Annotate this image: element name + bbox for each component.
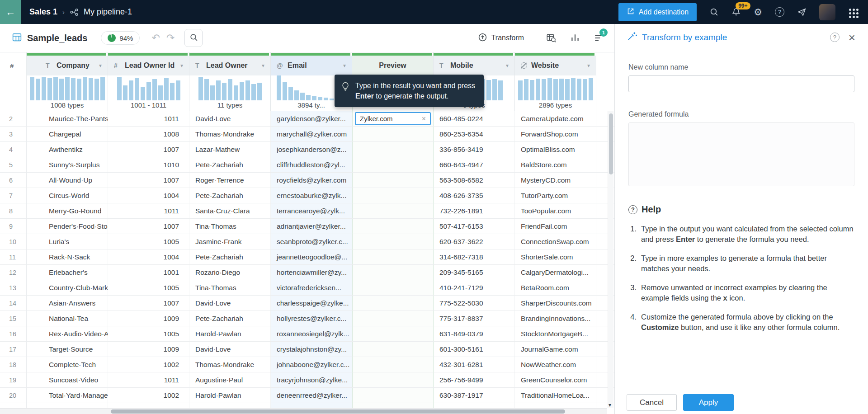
- cell[interactable]: hollyrestes@zylker.c...: [271, 311, 352, 326]
- column-menu-caret-icon[interactable]: ▾: [180, 62, 183, 69]
- cell[interactable]: tracyrjohnson@zylke...: [271, 372, 352, 387]
- cell[interactable]: [352, 142, 434, 157]
- cell[interactable]: Thomas·Mondrake: [189, 357, 271, 372]
- cell[interactable]: jeannetteogoodloe@...: [271, 249, 352, 264]
- cell[interactable]: Pete·Zachariah: [189, 188, 271, 203]
- column-header-website[interactable]: Website▾2896 types: [515, 52, 596, 111]
- cell[interactable]: 860-253-6354: [434, 127, 515, 141]
- cell[interactable]: 630-387-1917: [434, 388, 515, 403]
- column-header-lead-owner[interactable]: TLead Owner▾11 types: [189, 52, 271, 111]
- cell[interactable]: josephkanderson@z...: [271, 142, 352, 157]
- cell[interactable]: 1007: [108, 173, 189, 188]
- cell[interactable]: marychall@zylker.com: [271, 127, 352, 141]
- cell[interactable]: Country·Club·Marke...: [27, 280, 108, 295]
- cell[interactable]: Tina·Thomas: [189, 280, 271, 295]
- cell[interactable]: 1009: [108, 311, 189, 326]
- cell[interactable]: 1009: [108, 342, 189, 357]
- column-menu-caret-icon[interactable]: ▾: [587, 62, 590, 69]
- cell[interactable]: Santa·Cruz·Clara: [189, 203, 271, 218]
- apply-button[interactable]: Apply: [683, 394, 734, 411]
- cell[interactable]: [352, 342, 434, 357]
- cell[interactable]: terrancearoye@zylk...: [271, 203, 352, 218]
- cell[interactable]: 563-508-6582: [434, 173, 515, 188]
- panel-help-icon[interactable]: ?: [830, 33, 840, 42]
- column-menu-caret-icon[interactable]: ▾: [99, 62, 102, 69]
- cell[interactable]: victorafredericksen...: [271, 280, 352, 295]
- column-histogram[interactable]: 1008 types: [27, 75, 108, 111]
- cell[interactable]: StocktonMortgageB...: [515, 326, 596, 341]
- cell[interactable]: [352, 188, 434, 203]
- cell[interactable]: 1007: [108, 142, 189, 157]
- cell[interactable]: garyldenson@zylker...: [271, 111, 352, 126]
- cell[interactable]: Rack·N·Sack: [27, 249, 108, 264]
- cell[interactable]: Awthentikz: [27, 142, 108, 157]
- cell[interactable]: 660-643-4947: [434, 157, 515, 172]
- redo-button[interactable]: ↷: [166, 32, 175, 44]
- cell[interactable]: 1002: [108, 357, 189, 372]
- cell[interactable]: David·Love: [189, 296, 271, 310]
- cell[interactable]: FriendFail.com: [515, 219, 596, 234]
- vertical-scroll-thumb[interactable]: [609, 113, 613, 174]
- cell[interactable]: crystalajohnston@zy...: [271, 342, 352, 357]
- cell[interactable]: 1005: [108, 234, 189, 249]
- cell[interactable]: 1011: [108, 203, 189, 218]
- column-menu-caret-icon[interactable]: ▾: [262, 62, 264, 69]
- panel-close-icon[interactable]: ×: [849, 32, 855, 43]
- cell[interactable]: 1007: [108, 219, 189, 234]
- cell[interactable]: 410-241-7129: [434, 280, 515, 295]
- cell[interactable]: OptimalBliss.com: [515, 142, 596, 157]
- cell[interactable]: TraditionalHomeLoa...: [515, 388, 596, 403]
- cell[interactable]: ShorterSale.com: [515, 249, 596, 264]
- grid-search-button[interactable]: [184, 29, 203, 47]
- cell[interactable]: BaldStore.com: [515, 157, 596, 172]
- cell[interactable]: Rozario·Diego: [189, 265, 271, 280]
- cell[interactable]: Total·Yard·Managem...: [27, 388, 108, 403]
- cell[interactable]: 1010: [108, 157, 189, 172]
- settings-gear-icon[interactable]: ⚙: [754, 7, 762, 17]
- table-inspect-view-icon[interactable]: [546, 33, 557, 43]
- cell[interactable]: 732-226-1891: [434, 203, 515, 218]
- cell[interactable]: 1011: [108, 111, 189, 126]
- vertical-scrollbar[interactable]: ▾: [608, 111, 613, 408]
- cell[interactable]: 1005: [108, 280, 189, 295]
- app-grid-menu-icon[interactable]: [848, 8, 858, 16]
- cell[interactable]: [352, 219, 434, 234]
- applied-steps-icon[interactable]: 1: [594, 33, 604, 43]
- cell[interactable]: CameraUpdate.com: [515, 111, 596, 126]
- cell[interactable]: MysteryCD.com: [515, 173, 596, 188]
- horizontal-scroll-thumb[interactable]: [111, 409, 565, 414]
- cell[interactable]: Jasmine·Frank: [189, 234, 271, 249]
- cell[interactable]: deneenrreed@zylker...: [271, 388, 352, 403]
- cell[interactable]: [352, 280, 434, 295]
- cell[interactable]: [352, 311, 434, 326]
- cell[interactable]: hortenciawmiller@zy...: [271, 265, 352, 280]
- cell[interactable]: [352, 127, 434, 141]
- cell[interactable]: Zylker.com×: [352, 111, 434, 126]
- column-menu-caret-icon[interactable]: ▾: [343, 62, 346, 69]
- cell[interactable]: Lazar·Mathew: [189, 142, 271, 157]
- cell[interactable]: [352, 388, 434, 403]
- cell[interactable]: 1005: [108, 326, 189, 341]
- cell[interactable]: [352, 372, 434, 387]
- column-menu-caret-icon[interactable]: ▾: [506, 62, 509, 69]
- help-icon[interactable]: ?: [775, 7, 784, 17]
- scroll-down-icon[interactable]: ▾: [609, 402, 611, 408]
- cell[interactable]: TooPopular.com: [515, 203, 596, 218]
- cell[interactable]: Pete·Zachariah: [189, 311, 271, 326]
- new-column-name-input[interactable]: [628, 75, 854, 92]
- cell[interactable]: Tina·Thomas: [189, 219, 271, 234]
- cell[interactable]: [352, 234, 434, 249]
- transform-button[interactable]: Transform: [478, 33, 524, 44]
- cell[interactable]: 256-756-9499: [434, 372, 515, 387]
- cell[interactable]: NowWeather.com: [515, 357, 596, 372]
- cell[interactable]: JournalGame.com: [515, 342, 596, 357]
- cell[interactable]: 209-345-5165: [434, 265, 515, 280]
- rocket-icon[interactable]: [797, 7, 807, 17]
- cell[interactable]: TutorParty.com: [515, 188, 596, 203]
- cell[interactable]: 601-300-5161: [434, 342, 515, 357]
- cell[interactable]: Thomas·Mondrake: [189, 127, 271, 141]
- example-input[interactable]: Zylker.com×: [355, 112, 431, 125]
- column-stats-view-icon[interactable]: [570, 33, 580, 43]
- cell[interactable]: Harold·Pawlan: [189, 388, 271, 403]
- cell[interactable]: ernestoaburke@zylk...: [271, 188, 352, 203]
